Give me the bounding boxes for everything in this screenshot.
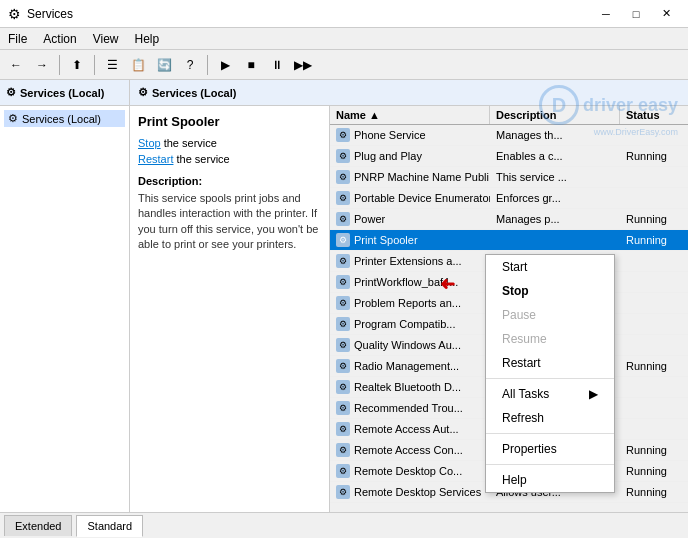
left-panel: ⚙ Services (Local) ⚙ Services (Local): [0, 80, 130, 512]
toolbar-sep-3: [207, 55, 208, 75]
tree-item-services-local[interactable]: ⚙ Services (Local): [4, 110, 125, 127]
service-name-cell: ⚙Recommended Trou...: [330, 398, 490, 418]
title-bar-controls: ─ □ ✕: [592, 4, 680, 24]
help-button[interactable]: ?: [178, 53, 202, 77]
status-bar: ExtendedStandard: [0, 512, 688, 538]
service-status-cell: [620, 167, 688, 187]
service-status-cell: [620, 272, 688, 292]
context-menu-separator: [486, 378, 614, 379]
service-name-cell: ⚙Problem Reports an...: [330, 293, 490, 313]
window-title: Services: [27, 7, 73, 21]
col-header-name[interactable]: Name ▲: [330, 106, 490, 124]
table-row[interactable]: ⚙Portable Device Enumerator...Enforces g…: [330, 188, 688, 209]
service-name-text: Printer Extensions a...: [354, 255, 462, 267]
desc-text: This service spools print jobs and handl…: [138, 191, 321, 253]
context-menu-item-properties[interactable]: Properties: [486, 437, 614, 461]
toolbar-sep-2: [94, 55, 95, 75]
service-row-icon: ⚙: [336, 443, 350, 457]
table-row[interactable]: ⚙Print SpoolerRunning: [330, 230, 688, 251]
service-name-text: Power: [354, 213, 385, 225]
table-row[interactable]: ⚙PowerManages p...Running: [330, 209, 688, 230]
service-row-icon: ⚙: [336, 296, 350, 310]
service-status-cell: [620, 125, 688, 145]
service-status-cell: [620, 314, 688, 334]
service-name-cell: ⚙Remote Desktop Services: [330, 482, 490, 502]
context-menu-item-all-tasks[interactable]: All Tasks▶: [486, 382, 614, 406]
service-detail-title: Print Spooler: [138, 114, 321, 129]
status-tab-standard[interactable]: Standard: [76, 515, 143, 537]
start-service-button[interactable]: ▶: [213, 53, 237, 77]
menu-help[interactable]: Help: [127, 30, 168, 48]
properties-button[interactable]: 📋: [126, 53, 150, 77]
pause-service-button[interactable]: ⏸: [265, 53, 289, 77]
stop-service-button[interactable]: ■: [239, 53, 263, 77]
context-menu-separator: [486, 464, 614, 465]
menu-view[interactable]: View: [85, 30, 127, 48]
menu-file[interactable]: File: [0, 30, 35, 48]
service-name-cell: ⚙Portable Device Enumerator...: [330, 188, 490, 208]
right-panel-icon: ⚙: [138, 86, 148, 99]
service-row-icon: ⚙: [336, 422, 350, 436]
service-row-icon: ⚙: [336, 380, 350, 394]
refresh-button[interactable]: 🔄: [152, 53, 176, 77]
context-menu-item-stop[interactable]: Stop: [486, 279, 614, 303]
service-status-cell: [620, 293, 688, 313]
table-row[interactable]: ⚙Plug and PlayEnables a c...Running: [330, 146, 688, 167]
restart-service-button[interactable]: ▶▶: [291, 53, 315, 77]
service-name-cell: ⚙Realtek Bluetooth D...: [330, 377, 490, 397]
service-row-icon: ⚙: [336, 149, 350, 163]
context-menu-item-start[interactable]: Start: [486, 255, 614, 279]
minimize-button[interactable]: ─: [592, 4, 620, 24]
close-button[interactable]: ✕: [652, 4, 680, 24]
service-status-cell: Running: [620, 209, 688, 229]
service-desc-cell: Enforces gr...: [490, 188, 620, 208]
context-menu-item-help[interactable]: Help: [486, 468, 614, 492]
context-menu-item-restart[interactable]: Restart: [486, 351, 614, 375]
service-name-text: Program Compatib...: [354, 318, 455, 330]
col-header-desc[interactable]: Description: [490, 106, 620, 124]
show-hide-button[interactable]: ☰: [100, 53, 124, 77]
service-row-icon: ⚙: [336, 359, 350, 373]
service-desc-cell: Manages p...: [490, 209, 620, 229]
service-row-icon: ⚙: [336, 485, 350, 499]
service-status-cell: [620, 377, 688, 397]
restart-service-link[interactable]: Restart: [138, 153, 173, 165]
col-header-status[interactable]: Status: [620, 106, 688, 124]
service-status-cell: [620, 251, 688, 271]
service-name-cell: ⚙PrintWorkflow_baf4...: [330, 272, 490, 292]
stop-service-link[interactable]: Stop: [138, 137, 161, 149]
menu-action[interactable]: Action: [35, 30, 84, 48]
table-row[interactable]: ⚙PNRP Machine Name Publi...This service …: [330, 167, 688, 188]
forward-button[interactable]: →: [30, 53, 54, 77]
left-tree: ⚙ Services (Local): [0, 106, 129, 131]
service-name-text: Recommended Trou...: [354, 402, 463, 414]
service-row-icon: ⚙: [336, 401, 350, 415]
service-status-cell: Running: [620, 482, 688, 502]
main-container: D driver easy www.DriverEasy.com ⚙ Servi…: [0, 80, 688, 512]
service-name-text: Radio Management...: [354, 360, 459, 372]
table-row[interactable]: ⚙Phone ServiceManages th...: [330, 125, 688, 146]
service-name-text: Realtek Bluetooth D...: [354, 381, 461, 393]
context-menu-item-refresh[interactable]: Refresh: [486, 406, 614, 430]
desc-label: Description:: [138, 175, 321, 187]
right-content: Print Spooler Stop the service Restart t…: [130, 106, 688, 512]
service-status-cell: Running: [620, 440, 688, 460]
service-status-cell: Running: [620, 230, 688, 250]
service-name-cell: ⚙Radio Management...: [330, 356, 490, 376]
service-desc-cell: [490, 230, 620, 250]
status-tab-extended[interactable]: Extended: [4, 515, 72, 536]
service-row-icon: ⚙: [336, 170, 350, 184]
left-panel-title: Services (Local): [20, 87, 104, 99]
service-name-text: Phone Service: [354, 129, 426, 141]
service-name-cell: ⚙Remote Access Aut...: [330, 419, 490, 439]
service-name-text: Quality Windows Au...: [354, 339, 461, 351]
service-status-cell: Running: [620, 146, 688, 166]
service-detail: Print Spooler Stop the service Restart t…: [130, 106, 330, 512]
service-name-cell: ⚙Plug and Play: [330, 146, 490, 166]
service-detail-restart-line: Restart the service: [138, 153, 321, 165]
service-name-text: Print Spooler: [354, 234, 418, 246]
up-button[interactable]: ⬆: [65, 53, 89, 77]
maximize-button[interactable]: □: [622, 4, 650, 24]
back-button[interactable]: ←: [4, 53, 28, 77]
service-name-text: Remote Access Con...: [354, 444, 463, 456]
